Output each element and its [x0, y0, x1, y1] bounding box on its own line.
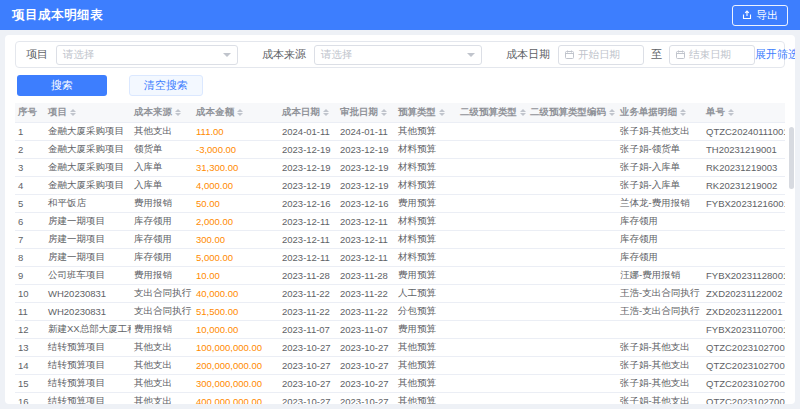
- cell-0: 9: [15, 266, 45, 284]
- cell-8: [527, 140, 617, 158]
- cell-9: 库存领用: [617, 248, 703, 266]
- cell-5: 2023-12-11: [337, 212, 395, 230]
- cell-7: [457, 122, 527, 140]
- column-header-6[interactable]: 预算类型: [395, 103, 457, 122]
- top-bar: 项目成本明细表 导出: [0, 0, 800, 30]
- cell-8: [527, 212, 617, 230]
- cell-3: 4,000.00: [193, 176, 279, 194]
- column-header-10[interactable]: 单号: [703, 103, 785, 122]
- table-row[interactable]: 5和平饭店费用报销50.002023-12-162023-12-16费用预算兰体…: [15, 194, 785, 212]
- cell-7: [457, 158, 527, 176]
- sort-icon[interactable]: [323, 106, 329, 119]
- cell-9: 兰体龙-费用报销: [617, 194, 703, 212]
- table-body: 1金融大厦采购项目其他支出111.002024-01-112024-01-11其…: [15, 122, 785, 404]
- cell-2: 库存领用: [131, 230, 193, 248]
- column-header-0: 序号: [15, 103, 45, 122]
- cell-7: [457, 374, 527, 392]
- table-row[interactable]: 15结转预算项目其他支出300,000,000.002023-10-272023…: [15, 374, 785, 392]
- vertical-scrollbar[interactable]: [789, 127, 794, 189]
- cell-8: [527, 248, 617, 266]
- sort-icon[interactable]: [439, 106, 445, 119]
- cell-9: [617, 320, 703, 338]
- cell-8: [527, 122, 617, 140]
- sort-icon[interactable]: [70, 106, 76, 119]
- cost-source-select[interactable]: 请选择: [314, 45, 482, 65]
- end-date-input[interactable]: 结束日期: [669, 45, 755, 65]
- cell-1: 结转预算项目: [45, 356, 131, 374]
- table-row[interactable]: 7房建一期项目库存领用300.002023-12-112023-12-11材料预…: [15, 230, 785, 248]
- cell-7: [457, 356, 527, 374]
- table-row[interactable]: 10WH20230831支出合同执行40,000.002023-11-22202…: [15, 284, 785, 302]
- clear-search-button[interactable]: 清空搜索: [129, 75, 203, 96]
- start-date-input[interactable]: 开始日期: [558, 45, 644, 65]
- table-row[interactable]: 1金融大厦采购项目其他支出111.002024-01-112024-01-11其…: [15, 122, 785, 140]
- column-header-7[interactable]: 二级预算类型: [457, 103, 527, 122]
- column-header-label: 项目: [48, 106, 67, 117]
- sort-icon[interactable]: [237, 106, 243, 119]
- search-button[interactable]: 搜索: [17, 75, 107, 96]
- cell-8: [527, 356, 617, 374]
- cell-1: 新建XX总部大厦工程二期: [45, 320, 131, 338]
- cell-3: 10.00: [193, 266, 279, 284]
- cell-4: 2023-10-27: [279, 338, 337, 356]
- table-header-row: 序号项目成本来源成本金额成本日期审批日期预算类型二级预算类型二级预算类型编码业务…: [15, 103, 785, 122]
- cell-10: [703, 248, 785, 266]
- export-button[interactable]: 导出: [732, 5, 788, 26]
- cell-9: 张子娟-其他支出: [617, 338, 703, 356]
- table-row[interactable]: 16结转预算项目其他支出400,000,000.002023-10-272023…: [15, 392, 785, 404]
- cell-8: [527, 230, 617, 248]
- column-header-1[interactable]: 项目: [45, 103, 131, 122]
- sort-icon[interactable]: [381, 106, 387, 119]
- table-row[interactable]: 11WH20230831支出合同执行51,500.002023-11-22202…: [15, 302, 785, 320]
- cell-7: [457, 320, 527, 338]
- column-header-3[interactable]: 成本金额: [193, 103, 279, 122]
- cell-10: QTZC20231027002: [703, 338, 785, 356]
- cell-3: 40,000.00: [193, 284, 279, 302]
- table-row[interactable]: 8房建一期项目库存领用5,000.002023-12-112023-12-11材…: [15, 248, 785, 266]
- sort-icon[interactable]: [520, 106, 526, 119]
- column-header-5[interactable]: 审批日期: [337, 103, 395, 122]
- cell-5: 2023-11-22: [337, 284, 395, 302]
- table-row[interactable]: 4金融大厦采购项目入库单4,000.002023-12-192023-12-19…: [15, 176, 785, 194]
- column-header-label: 单号: [706, 106, 725, 117]
- sort-icon[interactable]: [680, 106, 686, 119]
- column-header-9[interactable]: 业务单据明细: [617, 103, 703, 122]
- cell-9: 库存领用: [617, 212, 703, 230]
- cell-6: 材料预算: [395, 158, 457, 176]
- cell-2: 费用报销: [131, 266, 193, 284]
- cell-6: 人工预算: [395, 284, 457, 302]
- table-row[interactable]: 12新建XX总部大厦工程二期费用报销10,000.002023-11-07202…: [15, 320, 785, 338]
- table-row[interactable]: 9公司班车项目费用报销10.002023-11-282023-11-28费用预算…: [15, 266, 785, 284]
- table-row[interactable]: 3金融大厦采购项目入库单31,300.002023-12-192023-12-1…: [15, 158, 785, 176]
- cell-7: [457, 194, 527, 212]
- cell-3: 10,000.00: [193, 320, 279, 338]
- sort-icon[interactable]: [609, 106, 615, 119]
- cell-2: 费用报销: [131, 320, 193, 338]
- column-header-8[interactable]: 二级预算类型编码: [527, 103, 617, 122]
- cell-8: [527, 392, 617, 404]
- sort-icon[interactable]: [728, 106, 734, 119]
- cell-3: 31,300.00: [193, 158, 279, 176]
- cell-5: 2023-10-27: [337, 392, 395, 404]
- cell-8: [527, 284, 617, 302]
- column-header-4[interactable]: 成本日期: [279, 103, 337, 122]
- cell-0: 10: [15, 284, 45, 302]
- project-select[interactable]: 请选择: [56, 45, 238, 65]
- table-row[interactable]: 14结转预算项目其他支出200,000,000.002023-10-272023…: [15, 356, 785, 374]
- sort-icon[interactable]: [175, 106, 181, 119]
- table-row[interactable]: 2金融大厦采购项目领货单-3,000.002023-12-192023-12-1…: [15, 140, 785, 158]
- cell-6: 其他预算: [395, 392, 457, 404]
- cell-9: 张子娟-入库单: [617, 176, 703, 194]
- cost-date-filter-group: 成本日期 开始日期 至 结束日期: [506, 45, 755, 65]
- expand-filters-link[interactable]: 展开筛选 ∨: [755, 47, 795, 62]
- cell-2: 入库单: [131, 158, 193, 176]
- cell-8: [527, 338, 617, 356]
- cell-4: 2023-11-22: [279, 284, 337, 302]
- cell-5: 2023-10-27: [337, 356, 395, 374]
- table-row[interactable]: 6房建一期项目库存领用2,000.002023-12-112023-12-11材…: [15, 212, 785, 230]
- column-header-2[interactable]: 成本来源: [131, 103, 193, 122]
- cell-5: 2023-11-22: [337, 302, 395, 320]
- cell-4: 2023-11-28: [279, 266, 337, 284]
- table-row[interactable]: 13结转预算项目其他支出100,000,000.002023-10-272023…: [15, 338, 785, 356]
- cell-10: RK20231219003: [703, 158, 785, 176]
